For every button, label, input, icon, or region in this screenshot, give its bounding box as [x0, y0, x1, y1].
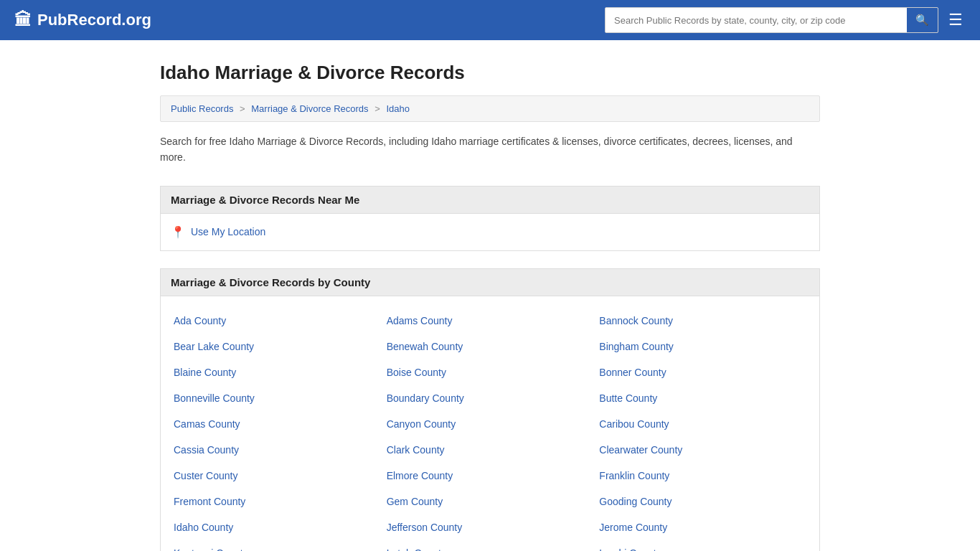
county-link[interactable]: Kootenai County — [174, 547, 248, 551]
list-item: Caribou County — [596, 411, 809, 437]
county-link[interactable]: Elmore County — [387, 470, 453, 481]
breadcrumb-idaho[interactable]: Idaho — [386, 103, 410, 114]
county-link[interactable]: Ada County — [174, 315, 226, 326]
county-link[interactable]: Bear Lake County — [174, 341, 254, 352]
county-link[interactable]: Boundary County — [387, 392, 464, 404]
county-link[interactable]: Jefferson County — [387, 522, 463, 533]
list-item: Bonner County — [596, 359, 809, 385]
breadcrumb: Public Records > Marriage & Divorce Reco… — [160, 95, 820, 122]
county-link[interactable]: Lemhi County — [599, 547, 661, 551]
county-link[interactable]: Blaine County — [174, 367, 236, 378]
site-logo[interactable]: 🏛 PubRecord.org — [14, 10, 151, 30]
county-link[interactable]: Clark County — [387, 444, 445, 456]
search-button[interactable]: 🔍 — [907, 8, 938, 32]
list-item: Elmore County — [384, 463, 597, 489]
list-item: Lemhi County — [596, 540, 809, 551]
county-link[interactable]: Gooding County — [599, 496, 672, 507]
county-link[interactable]: Latah County — [387, 547, 446, 551]
county-link[interactable]: Franklin County — [599, 470, 669, 481]
county-link[interactable]: Cassia County — [174, 444, 239, 456]
search-bar: 🔍 — [605, 7, 938, 33]
use-location-button[interactable]: 📍 Use My Location — [171, 225, 809, 239]
page-description: Search for free Idaho Marriage & Divorce… — [160, 133, 820, 166]
header-right: 🔍 ☰ — [605, 7, 966, 33]
menu-icon[interactable]: ☰ — [946, 8, 966, 32]
list-item: Franklin County — [596, 463, 809, 489]
list-item: Jefferson County — [384, 514, 597, 540]
county-link[interactable]: Camas County — [174, 418, 240, 430]
list-item: Bear Lake County — [171, 334, 384, 359]
county-link[interactable]: Clearwater County — [599, 444, 682, 456]
list-item: Fremont County — [171, 489, 384, 514]
list-item: Boundary County — [384, 385, 597, 411]
list-item: Clearwater County — [596, 437, 809, 463]
search-icon: 🔍 — [915, 14, 929, 26]
list-item: Kootenai County — [171, 540, 384, 551]
county-link[interactable]: Boise County — [387, 367, 446, 378]
county-link[interactable]: Gem County — [387, 496, 443, 507]
list-item: Gooding County — [596, 489, 809, 514]
list-item: Gem County — [384, 489, 597, 514]
site-header: 🏛 PubRecord.org 🔍 ☰ — [0, 0, 980, 40]
list-item: Cassia County — [171, 437, 384, 463]
county-link[interactable]: Canyon County — [387, 418, 456, 430]
county-section-body: Ada CountyAdams CountyBannock CountyBear… — [160, 296, 820, 551]
county-link[interactable]: Bonneville County — [174, 392, 255, 404]
list-item: Butte County — [596, 385, 809, 411]
county-link[interactable]: Caribou County — [599, 418, 669, 430]
breadcrumb-sep-1: > — [240, 103, 248, 114]
list-item: Idaho County — [171, 514, 384, 540]
county-link[interactable]: Bannock County — [599, 315, 673, 326]
main-content: Idaho Marriage & Divorce Records Public … — [146, 40, 834, 551]
list-item: Blaine County — [171, 359, 384, 385]
list-item: Bonneville County — [171, 385, 384, 411]
breadcrumb-sep-2: > — [374, 103, 382, 114]
county-link[interactable]: Bonner County — [599, 367, 666, 378]
county-grid: Ada CountyAdams CountyBannock CountyBear… — [171, 308, 809, 551]
county-link[interactable]: Custer County — [174, 470, 237, 481]
near-me-section-body: 📍 Use My Location — [160, 214, 820, 251]
county-link[interactable]: Adams County — [387, 315, 453, 326]
county-section-header: Marriage & Divorce Records by County — [160, 268, 820, 296]
county-link[interactable]: Butte County — [599, 392, 657, 404]
list-item: Bingham County — [596, 334, 809, 359]
county-link[interactable]: Fremont County — [174, 496, 245, 507]
list-item: Benewah County — [384, 334, 597, 359]
list-item: Ada County — [171, 308, 384, 334]
location-icon: 📍 — [171, 225, 185, 239]
list-item: Canyon County — [384, 411, 597, 437]
page-title: Idaho Marriage & Divorce Records — [160, 62, 820, 84]
logo-text: PubRecord.org — [37, 11, 151, 29]
search-input[interactable] — [606, 9, 907, 32]
list-item: Adams County — [384, 308, 597, 334]
county-link[interactable]: Jerome County — [599, 522, 667, 533]
list-item: Jerome County — [596, 514, 809, 540]
list-item: Bannock County — [596, 308, 809, 334]
list-item: Clark County — [384, 437, 597, 463]
list-item: Camas County — [171, 411, 384, 437]
use-location-label: Use My Location — [191, 226, 265, 237]
list-item: Custer County — [171, 463, 384, 489]
list-item: Latah County — [384, 540, 597, 551]
building-icon: 🏛 — [14, 10, 32, 30]
list-item: Boise County — [384, 359, 597, 385]
breadcrumb-public-records[interactable]: Public Records — [171, 103, 233, 114]
breadcrumb-marriage-records[interactable]: Marriage & Divorce Records — [251, 103, 368, 114]
county-link[interactable]: Bingham County — [599, 341, 674, 352]
county-link[interactable]: Benewah County — [387, 341, 463, 352]
near-me-section-header: Marriage & Divorce Records Near Me — [160, 186, 820, 214]
county-link[interactable]: Idaho County — [174, 522, 233, 533]
